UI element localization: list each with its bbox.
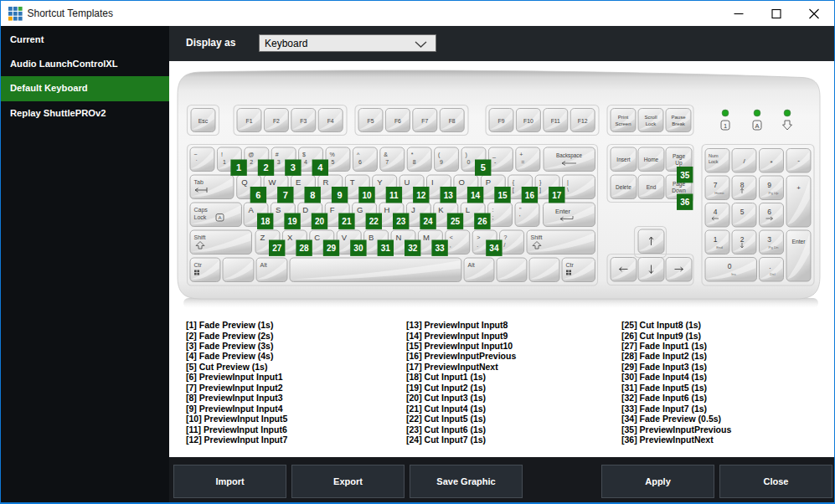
svg-text:29: 29 (327, 244, 337, 253)
svg-text:4: 4 (304, 159, 307, 165)
svg-text:Pg Dn: Pg Dn (769, 245, 780, 249)
svg-text:12: 12 (416, 191, 426, 200)
svg-text:=: = (521, 159, 524, 165)
svg-text:2: 2 (250, 159, 253, 165)
svg-text:Shift: Shift (194, 234, 206, 240)
svg-text:9: 9 (767, 181, 771, 189)
svg-text:D: D (302, 205, 308, 214)
svg-text:9: 9 (440, 159, 443, 165)
svg-text:C: C (314, 233, 320, 242)
svg-text:A: A (249, 205, 255, 214)
svg-text:8: 8 (740, 181, 745, 189)
svg-text:@: @ (248, 152, 254, 157)
svg-text:3: 3 (277, 159, 281, 165)
svg-text:`: ` (196, 159, 198, 165)
svg-text:P: P (486, 177, 491, 187)
svg-text:End: End (716, 245, 723, 249)
svg-text:S: S (276, 205, 281, 214)
svg-text:36: 36 (680, 198, 690, 207)
svg-text:Enter: Enter (555, 208, 570, 215)
svg-text:9: 9 (338, 190, 343, 200)
svg-text:5: 5 (481, 162, 486, 172)
svg-text:34: 34 (489, 244, 499, 253)
svg-text:27: 27 (272, 244, 282, 253)
svg-text:G: G (357, 205, 363, 214)
svg-text:24: 24 (424, 217, 434, 226)
svg-text:N: N (396, 233, 402, 242)
svg-text:!: ! (221, 152, 223, 157)
svg-text:1: 1 (724, 122, 727, 130)
svg-text:Pg Up: Pg Up (769, 191, 780, 195)
svg-text:T: T (350, 177, 355, 187)
svg-text:F12: F12 (578, 118, 588, 124)
svg-text:F4: F4 (327, 118, 334, 124)
svg-text:|: | (567, 179, 569, 186)
svg-text:Break: Break (672, 121, 686, 126)
svg-text:Tab: Tab (194, 179, 204, 185)
svg-text:31: 31 (381, 244, 391, 253)
svg-text:26: 26 (477, 217, 487, 226)
svg-text:Ins: Ins (731, 272, 736, 276)
svg-text:1: 1 (714, 235, 718, 244)
svg-text:+: + (796, 184, 801, 192)
svg-text:+: + (519, 152, 523, 157)
svg-text:Alt: Alt (260, 262, 267, 268)
svg-text:O: O (458, 177, 464, 187)
svg-text:Home: Home (714, 191, 724, 195)
svg-text:$: $ (302, 152, 306, 157)
svg-text:5: 5 (332, 159, 335, 165)
svg-text:6: 6 (255, 190, 260, 200)
svg-text:.: . (477, 242, 478, 248)
svg-text:F8: F8 (449, 118, 456, 124)
svg-text:Lock: Lock (709, 159, 719, 164)
svg-text:Ctr: Ctr (194, 262, 203, 268)
svg-text:4: 4 (714, 208, 718, 216)
svg-text:Home: Home (644, 157, 659, 162)
svg-text:16: 16 (525, 191, 535, 200)
svg-text:Scroll: Scroll (644, 115, 657, 120)
svg-text:H: H (384, 205, 390, 214)
svg-text:6: 6 (358, 159, 362, 165)
svg-text:Y: Y (377, 177, 383, 187)
svg-text:Q: Q (241, 177, 247, 187)
svg-text:Shift: Shift (531, 234, 543, 240)
svg-text:7: 7 (714, 181, 718, 189)
svg-text:Insert: Insert (616, 157, 630, 162)
svg-text:K: K (438, 205, 444, 214)
svg-text:0: 0 (728, 262, 732, 270)
svg-text:10: 10 (362, 191, 372, 200)
svg-text:~: ~ (194, 152, 198, 157)
svg-text:7: 7 (385, 159, 389, 165)
svg-text:6: 6 (767, 208, 771, 216)
svg-text:F6: F6 (394, 118, 401, 124)
svg-text:Caps: Caps (194, 207, 209, 213)
svg-text:0: 0 (467, 159, 471, 165)
svg-text:Delete: Delete (616, 184, 631, 190)
svg-text:M: M (423, 233, 430, 242)
svg-text:2: 2 (263, 162, 268, 172)
svg-text:\: \ (567, 187, 569, 193)
svg-text:End: End (647, 184, 657, 190)
svg-text:Down: Down (672, 188, 686, 193)
svg-text:%: % (330, 152, 335, 157)
svg-text:4: 4 (317, 162, 323, 172)
svg-text:14: 14 (471, 191, 481, 200)
svg-text:Screen: Screen (615, 121, 631, 126)
svg-text:L: L (466, 205, 470, 214)
svg-text:Page: Page (673, 153, 686, 160)
svg-text:7: 7 (283, 190, 288, 200)
svg-text:F7: F7 (421, 118, 428, 124)
svg-text:F2: F2 (273, 118, 280, 124)
svg-text:1: 1 (236, 162, 241, 172)
svg-text:': ' (519, 214, 520, 220)
svg-text:8: 8 (310, 190, 315, 200)
svg-text:32: 32 (408, 244, 418, 253)
svg-text:R: R (322, 177, 328, 187)
svg-text:?: ? (504, 234, 508, 240)
svg-text:8: 8 (413, 159, 416, 165)
svg-text:A: A (218, 215, 221, 220)
svg-text:Enter: Enter (791, 239, 806, 244)
svg-text:Del: Del (770, 272, 775, 276)
svg-text:F9: F9 (498, 118, 505, 124)
svg-text:*: * (411, 152, 414, 157)
